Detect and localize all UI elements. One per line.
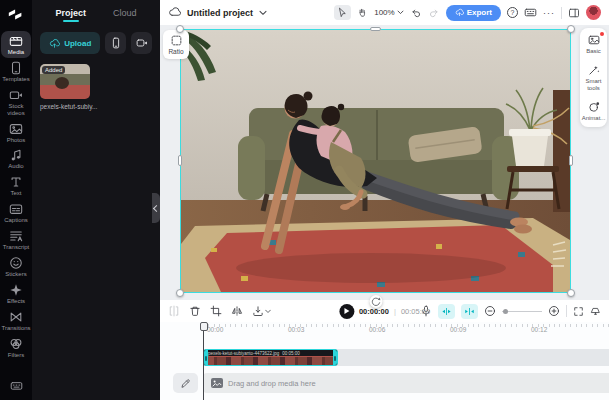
- upload-button[interactable]: Upload: [40, 32, 100, 54]
- split-button[interactable]: [168, 305, 180, 317]
- chevron-down-icon: [397, 10, 404, 15]
- project-title[interactable]: Untitled project: [187, 8, 253, 18]
- timeline-tracks: 00:00 00:03 00:06 00:09 00:12 pexels-ket…: [160, 322, 609, 400]
- divider: [566, 305, 567, 317]
- resize-handle-right[interactable]: [569, 155, 573, 166]
- media-panel: Project Cloud Upload Added pexels-ketut-…: [32, 0, 160, 400]
- sidebar-item-stickers[interactable]: Stickers: [1, 253, 31, 280]
- record-button[interactable]: [131, 32, 152, 54]
- basic-icon: [588, 34, 600, 46]
- side-tools-panel: Basic Smart tools Animat...: [580, 28, 607, 127]
- magic-wand-icon: [588, 64, 600, 76]
- stock-videos-icon: [9, 88, 23, 102]
- media-thumbnail[interactable]: Added: [40, 64, 90, 99]
- playhead[interactable]: [200, 322, 208, 400]
- resize-handle-top-left[interactable]: [176, 25, 184, 33]
- tool-animation[interactable]: Animat...: [581, 101, 607, 122]
- text-icon: [9, 175, 23, 189]
- undo-button[interactable]: [410, 7, 422, 19]
- captions-icon: [9, 202, 23, 216]
- phone-icon: [110, 37, 122, 49]
- transcript-icon: [9, 229, 23, 243]
- crop-button[interactable]: [210, 305, 222, 317]
- draw-track-button[interactable]: [173, 373, 198, 393]
- panel-collapse-handle[interactable]: [152, 193, 160, 223]
- layout-panel-button[interactable]: [568, 7, 580, 19]
- notification-dot: [600, 32, 604, 36]
- hand-tool-button[interactable]: [357, 7, 368, 18]
- mirror-button[interactable]: [231, 305, 243, 317]
- sidebar-item-filters[interactable]: Filters: [1, 334, 31, 361]
- sidebar-item-audio[interactable]: Audio: [1, 145, 31, 172]
- ruler-label: 00:12: [531, 326, 547, 333]
- resize-handle-top[interactable]: [370, 27, 381, 31]
- tab-cloud[interactable]: Cloud: [113, 8, 137, 22]
- sidebar-item-stock-videos[interactable]: Stock videos: [1, 85, 31, 119]
- video-frame: [181, 30, 570, 292]
- keyboard-shortcuts-button[interactable]: [524, 6, 537, 19]
- chevron-down-icon[interactable]: [259, 10, 267, 16]
- fullscreen-button[interactable]: [573, 306, 584, 317]
- playhead-grip[interactable]: [200, 322, 208, 331]
- delete-button[interactable]: [189, 305, 201, 317]
- resize-handle-left[interactable]: [178, 155, 182, 166]
- tool-basic[interactable]: Basic: [581, 34, 607, 55]
- sidebar-item-media[interactable]: Media: [1, 31, 31, 58]
- help-button[interactable]: ?: [507, 7, 518, 18]
- sidebar-item-templates[interactable]: Templates: [1, 58, 31, 85]
- playhead-line: [203, 326, 204, 400]
- sidebar-item-captions[interactable]: Captions: [1, 199, 31, 226]
- tool-smart-tools[interactable]: Smart tools: [581, 64, 607, 92]
- zoom-in-button[interactable]: [548, 305, 560, 317]
- sidebar-item-photos[interactable]: Photos: [1, 119, 31, 146]
- media-dropzone[interactable]: Drag and drop media here: [203, 373, 609, 393]
- preview-display-button[interactable]: [590, 306, 601, 317]
- sidebar-item-transitions[interactable]: Transitions: [1, 307, 31, 334]
- timeline-ruler[interactable]: [203, 324, 609, 327]
- effects-icon: [9, 283, 23, 297]
- sidebar-item-transcript[interactable]: Transcript: [1, 226, 31, 253]
- download-button[interactable]: [252, 305, 271, 317]
- export-icon: [455, 8, 464, 17]
- upload-cloud-icon: [49, 38, 60, 49]
- ratio-button[interactable]: Ratio: [163, 30, 189, 59]
- tab-project[interactable]: Project: [55, 8, 86, 22]
- capcut-logo: [7, 7, 25, 25]
- templates-icon: [9, 61, 23, 75]
- resize-handle-top-right[interactable]: [567, 25, 575, 33]
- more-options-button[interactable]: ···: [543, 8, 555, 18]
- cloud-draft-icon[interactable]: [168, 6, 181, 19]
- added-badge: Added: [42, 66, 65, 74]
- resize-handle-bottom-right[interactable]: [567, 289, 575, 297]
- fit-timeline-button[interactable]: [438, 304, 455, 319]
- sidebar-item-text[interactable]: Text: [1, 172, 31, 199]
- play-button[interactable]: [339, 304, 354, 319]
- rug: [181, 218, 570, 292]
- redo-button[interactable]: [428, 7, 440, 19]
- export-button[interactable]: Export: [446, 5, 501, 21]
- select-tool-button[interactable]: [334, 5, 351, 20]
- stickers-icon: [9, 256, 23, 270]
- shortcuts-icon[interactable]: [10, 378, 23, 396]
- phone-import-button[interactable]: [105, 32, 126, 54]
- timeline-zoom-slider[interactable]: [502, 311, 542, 312]
- ruler-label: 00:06: [369, 326, 385, 333]
- media-panel-tabs: Project Cloud: [32, 0, 160, 26]
- icon-rail: Media Templates Stock videos Photos Audi…: [0, 0, 32, 400]
- video-preview[interactable]: [181, 30, 570, 292]
- adapt-timeline-button[interactable]: [461, 304, 478, 319]
- playback-controls: 00:00:00 | 00:05:00: [339, 300, 430, 322]
- zoom-out-button[interactable]: [484, 305, 496, 317]
- user-avatar[interactable]: [586, 5, 601, 20]
- canvas-zoom-control[interactable]: 100%: [374, 8, 403, 17]
- total-duration: 00:05:00: [401, 307, 430, 316]
- clip-filmstrip: [204, 356, 337, 366]
- divider: [561, 7, 562, 19]
- trim-handle-right[interactable]: [333, 350, 337, 365]
- video-clip[interactable]: pexels-ketut-subiyanto-4473622.jpg 00:05…: [203, 349, 338, 366]
- audio-icon: [9, 148, 23, 162]
- sidebar-item-effects[interactable]: Effects: [1, 280, 31, 307]
- rotate-handle[interactable]: [369, 295, 382, 308]
- resize-handle-bottom-left[interactable]: [176, 289, 184, 297]
- canvas-area: Ratio: [160, 25, 609, 300]
